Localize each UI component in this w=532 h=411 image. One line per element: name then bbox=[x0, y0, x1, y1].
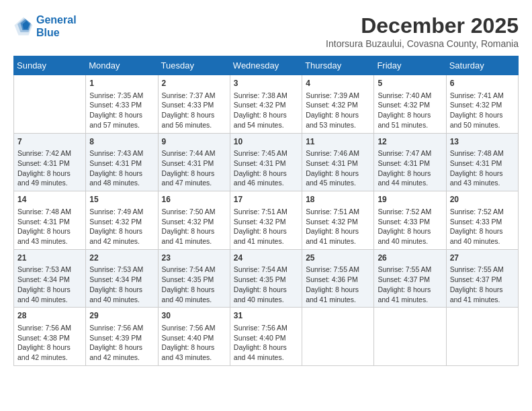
calendar-week-3: 14Sunrise: 7:48 AM Sunset: 4:31 PM Dayli… bbox=[14, 191, 519, 250]
cell-content: Sunrise: 7:52 AM Sunset: 4:33 PM Dayligh… bbox=[378, 207, 442, 246]
calendar-cell: 18Sunrise: 7:51 AM Sunset: 4:32 PM Dayli… bbox=[302, 191, 374, 250]
calendar-week-4: 21Sunrise: 7:53 AM Sunset: 4:34 PM Dayli… bbox=[14, 249, 519, 308]
day-number: 2 bbox=[162, 78, 226, 89]
day-number: 9 bbox=[162, 136, 226, 148]
calendar-table: SundayMondayTuesdayWednesdayThursdayFrid… bbox=[13, 56, 519, 366]
cell-content: Sunrise: 7:45 AM Sunset: 4:31 PM Dayligh… bbox=[234, 148, 298, 188]
logo-line2: Blue bbox=[36, 26, 77, 39]
cell-content: Sunrise: 7:48 AM Sunset: 4:31 PM Dayligh… bbox=[450, 148, 515, 188]
calendar-cell: 12Sunrise: 7:47 AM Sunset: 4:31 PM Dayli… bbox=[374, 133, 446, 191]
calendar-cell: 11Sunrise: 7:46 AM Sunset: 4:31 PM Dayli… bbox=[302, 133, 374, 191]
calendar-cell: 22Sunrise: 7:53 AM Sunset: 4:34 PM Dayli… bbox=[86, 249, 158, 308]
calendar-cell: 30Sunrise: 7:56 AM Sunset: 4:40 PM Dayli… bbox=[158, 308, 230, 366]
cell-content: Sunrise: 7:44 AM Sunset: 4:31 PM Dayligh… bbox=[162, 148, 226, 188]
calendar-cell: 29Sunrise: 7:56 AM Sunset: 4:39 PM Dayli… bbox=[86, 308, 158, 366]
day-number: 23 bbox=[162, 253, 226, 264]
cell-content: Sunrise: 7:41 AM Sunset: 4:32 PM Dayligh… bbox=[450, 91, 515, 130]
day-number: 26 bbox=[378, 253, 442, 264]
calendar-cell: 27Sunrise: 7:55 AM Sunset: 4:37 PM Dayli… bbox=[446, 249, 518, 308]
calendar-week-5: 28Sunrise: 7:56 AM Sunset: 4:38 PM Dayli… bbox=[14, 308, 519, 366]
cell-content: Sunrise: 7:39 AM Sunset: 4:32 PM Dayligh… bbox=[306, 91, 370, 130]
header-monday: Monday bbox=[86, 56, 158, 75]
cell-content: Sunrise: 7:43 AM Sunset: 4:31 PM Dayligh… bbox=[89, 148, 154, 188]
cell-content: Sunrise: 7:35 AM Sunset: 4:33 PM Dayligh… bbox=[89, 91, 154, 130]
logo: General Blue bbox=[13, 13, 77, 39]
day-number: 14 bbox=[17, 194, 82, 205]
header-thursday: Thursday bbox=[302, 56, 374, 75]
day-number: 3 bbox=[234, 78, 298, 89]
logo-icon bbox=[13, 16, 34, 36]
header-sunday: Sunday bbox=[14, 56, 86, 75]
day-number: 24 bbox=[234, 253, 298, 264]
cell-content: Sunrise: 7:48 AM Sunset: 4:31 PM Dayligh… bbox=[17, 207, 82, 246]
calendar-cell: 16Sunrise: 7:50 AM Sunset: 4:32 PM Dayli… bbox=[158, 191, 230, 250]
cell-content: Sunrise: 7:55 AM Sunset: 4:37 PM Dayligh… bbox=[378, 265, 442, 304]
day-number: 8 bbox=[89, 136, 154, 148]
day-number: 7 bbox=[17, 136, 82, 148]
day-number: 27 bbox=[450, 253, 515, 264]
calendar-cell: 24Sunrise: 7:54 AM Sunset: 4:35 PM Dayli… bbox=[230, 249, 302, 308]
logo-line1: General bbox=[36, 14, 77, 26]
cell-content: Sunrise: 7:51 AM Sunset: 4:32 PM Dayligh… bbox=[306, 207, 370, 246]
day-number: 10 bbox=[234, 136, 298, 148]
cell-content: Sunrise: 7:54 AM Sunset: 4:35 PM Dayligh… bbox=[162, 265, 226, 304]
page-header: General Blue December 2025 Intorsura Buz… bbox=[13, 13, 519, 49]
day-number: 18 bbox=[306, 194, 370, 205]
day-number: 31 bbox=[234, 310, 298, 322]
calendar-cell: 4Sunrise: 7:39 AM Sunset: 4:32 PM Daylig… bbox=[302, 75, 374, 134]
day-number: 30 bbox=[162, 310, 226, 322]
calendar-cell: 19Sunrise: 7:52 AM Sunset: 4:33 PM Dayli… bbox=[374, 191, 446, 250]
cell-content: Sunrise: 7:47 AM Sunset: 4:31 PM Dayligh… bbox=[378, 148, 442, 188]
calendar-cell: 9Sunrise: 7:44 AM Sunset: 4:31 PM Daylig… bbox=[158, 133, 230, 191]
cell-content: Sunrise: 7:53 AM Sunset: 4:34 PM Dayligh… bbox=[89, 265, 154, 304]
header-friday: Friday bbox=[374, 56, 446, 75]
calendar-cell: 14Sunrise: 7:48 AM Sunset: 4:31 PM Dayli… bbox=[14, 191, 86, 250]
calendar-cell: 2Sunrise: 7:37 AM Sunset: 4:33 PM Daylig… bbox=[158, 75, 230, 134]
calendar-week-2: 7Sunrise: 7:42 AM Sunset: 4:31 PM Daylig… bbox=[14, 133, 519, 191]
day-number: 5 bbox=[378, 78, 442, 89]
calendar-cell: 15Sunrise: 7:49 AM Sunset: 4:32 PM Dayli… bbox=[86, 191, 158, 250]
title-section: December 2025 Intorsura Buzaului, Covasn… bbox=[326, 13, 519, 49]
cell-content: Sunrise: 7:55 AM Sunset: 4:36 PM Dayligh… bbox=[306, 265, 370, 304]
day-number: 20 bbox=[450, 194, 515, 205]
cell-content: Sunrise: 7:42 AM Sunset: 4:31 PM Dayligh… bbox=[17, 148, 82, 188]
cell-content: Sunrise: 7:56 AM Sunset: 4:40 PM Dayligh… bbox=[234, 323, 298, 363]
cell-content: Sunrise: 7:56 AM Sunset: 4:40 PM Dayligh… bbox=[162, 323, 226, 363]
cell-content: Sunrise: 7:52 AM Sunset: 4:33 PM Dayligh… bbox=[450, 207, 515, 246]
location: Intorsura Buzaului, Covasna County, Roma… bbox=[326, 38, 519, 49]
day-number: 19 bbox=[378, 194, 442, 205]
cell-content: Sunrise: 7:54 AM Sunset: 4:35 PM Dayligh… bbox=[234, 265, 298, 304]
cell-content: Sunrise: 7:49 AM Sunset: 4:32 PM Dayligh… bbox=[89, 207, 154, 246]
calendar-cell: 6Sunrise: 7:41 AM Sunset: 4:32 PM Daylig… bbox=[446, 75, 518, 134]
day-number: 13 bbox=[450, 136, 515, 148]
cell-content: Sunrise: 7:55 AM Sunset: 4:37 PM Dayligh… bbox=[450, 265, 515, 304]
cell-content: Sunrise: 7:38 AM Sunset: 4:32 PM Dayligh… bbox=[234, 91, 298, 130]
month-year: December 2025 bbox=[326, 13, 519, 38]
logo-text: General Blue bbox=[36, 13, 77, 39]
cell-content: Sunrise: 7:37 AM Sunset: 4:33 PM Dayligh… bbox=[162, 91, 226, 130]
calendar-cell: 26Sunrise: 7:55 AM Sunset: 4:37 PM Dayli… bbox=[374, 249, 446, 308]
day-number: 22 bbox=[89, 253, 154, 264]
calendar-cell bbox=[302, 308, 374, 366]
calendar-cell: 28Sunrise: 7:56 AM Sunset: 4:38 PM Dayli… bbox=[14, 308, 86, 366]
calendar-cell: 25Sunrise: 7:55 AM Sunset: 4:36 PM Dayli… bbox=[302, 249, 374, 308]
day-number: 6 bbox=[450, 78, 515, 89]
calendar-cell: 10Sunrise: 7:45 AM Sunset: 4:31 PM Dayli… bbox=[230, 133, 302, 191]
calendar-cell: 17Sunrise: 7:51 AM Sunset: 4:32 PM Dayli… bbox=[230, 191, 302, 250]
day-number: 15 bbox=[89, 194, 154, 205]
cell-content: Sunrise: 7:50 AM Sunset: 4:32 PM Dayligh… bbox=[162, 207, 226, 246]
calendar-cell: 23Sunrise: 7:54 AM Sunset: 4:35 PM Dayli… bbox=[158, 249, 230, 308]
day-number: 17 bbox=[234, 194, 298, 205]
calendar-week-1: 1Sunrise: 7:35 AM Sunset: 4:33 PM Daylig… bbox=[14, 75, 519, 134]
calendar-cell: 8Sunrise: 7:43 AM Sunset: 4:31 PM Daylig… bbox=[86, 133, 158, 191]
calendar-cell: 13Sunrise: 7:48 AM Sunset: 4:31 PM Dayli… bbox=[446, 133, 518, 191]
day-number: 28 bbox=[17, 310, 82, 322]
day-number: 1 bbox=[89, 78, 154, 89]
header-tuesday: Tuesday bbox=[158, 56, 230, 75]
calendar-cell: 31Sunrise: 7:56 AM Sunset: 4:40 PM Dayli… bbox=[230, 308, 302, 366]
header-saturday: Saturday bbox=[446, 56, 518, 75]
calendar-cell bbox=[14, 75, 86, 134]
cell-content: Sunrise: 7:56 AM Sunset: 4:39 PM Dayligh… bbox=[89, 323, 154, 363]
calendar-header-row: SundayMondayTuesdayWednesdayThursdayFrid… bbox=[14, 56, 519, 75]
calendar-cell: 5Sunrise: 7:40 AM Sunset: 4:32 PM Daylig… bbox=[374, 75, 446, 134]
